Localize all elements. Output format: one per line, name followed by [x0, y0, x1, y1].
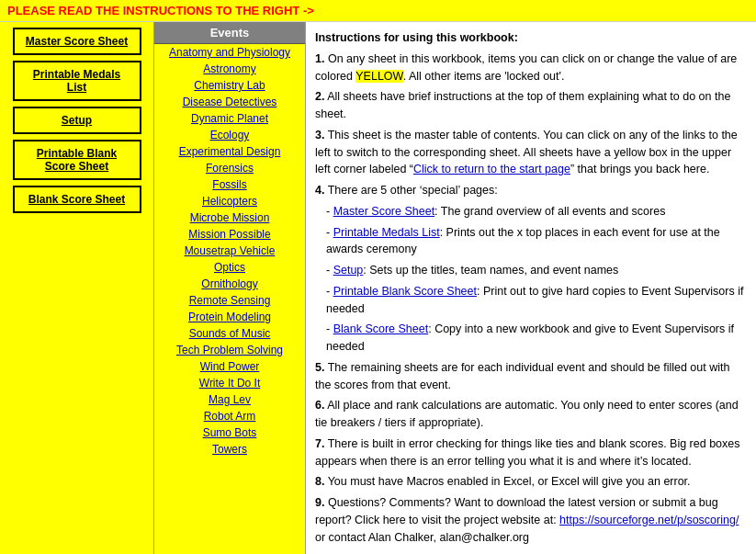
event-link-dynamic-planet[interactable]: Dynamic Planet	[154, 110, 305, 127]
instructions-step-5: 5. The remaining sheets are for each ind…	[315, 359, 747, 394]
event-link-optics[interactable]: Optics	[154, 259, 305, 276]
event-link-tech-problem-solving[interactable]: Tech Problem Solving	[154, 342, 305, 358]
event-link-protein-modeling[interactable]: Protein Modeling	[154, 309, 305, 325]
main-content: Master Score SheetPrintable Medals ListS…	[0, 22, 756, 554]
step-number: 3.	[315, 129, 324, 141]
sidebar-btn-printable-blank-score-sheet[interactable]: Printable Blank Score Sheet	[13, 140, 141, 180]
step-number: 9.	[315, 496, 324, 509]
instructions-special-item: - Blank Score Sheet: Copy into a new wor…	[315, 321, 747, 356]
instructions-step-2: 3. This sheet is the master table of con…	[315, 127, 747, 178]
instructions-title: Instructions for using this workbook:	[315, 29, 747, 47]
event-link-anatomy-and-physiology[interactable]: Anatomy and Physiology	[154, 44, 305, 61]
instructions-panel: Instructions for using this workbook: 1.…	[306, 22, 756, 554]
highlight-text: YELLOW	[355, 70, 402, 83]
instructions-link[interactable]: Printable Medals List	[333, 226, 440, 239]
instructions-special-item: - Master Score Sheet: The grand overview…	[315, 203, 747, 220]
instructions-step-1: 2. All sheets have brief instructions at…	[315, 88, 747, 123]
instructions-inline-link[interactable]: Click to return to the start page	[413, 163, 570, 175]
sidebar-btn-printable-medals-list[interactable]: Printable Medals List	[13, 61, 141, 101]
events-header: Events	[154, 22, 305, 44]
event-link-towers[interactable]: Towers	[154, 441, 305, 458]
instructions-step-9: 9. Questions? Comments? Want to download…	[315, 494, 747, 546]
event-link-disease-detectives[interactable]: Disease Detectives	[154, 94, 305, 110]
step-number: 5.	[315, 361, 324, 374]
instructions-step-0: 1. On any sheet in this workbook, items …	[315, 51, 747, 85]
event-link-ecology[interactable]: Ecology	[154, 127, 305, 143]
step-number: 7.	[315, 437, 324, 450]
event-link-microbe-mission[interactable]: Microbe Mission	[154, 209, 305, 226]
event-link-astronomy[interactable]: Astronomy	[154, 61, 305, 77]
instructions-link[interactable]: Master Score Sheet	[333, 205, 434, 218]
event-link-chemistry-lab[interactable]: Chemistry Lab	[154, 77, 305, 94]
sourceforge-link[interactable]: https://sourceforge.net/p/soscoring/	[559, 514, 739, 526]
events-list: Anatomy and PhysiologyAstronomyChemistry…	[154, 44, 305, 458]
event-link-mag-lev[interactable]: Mag Lev	[154, 391, 305, 408]
instructions-link[interactable]: Blank Score Sheet	[333, 322, 429, 335]
event-link-experimental-design[interactable]: Experimental Design	[154, 143, 305, 160]
instructions-step-8: 8. You must have Macros enabled in Excel…	[315, 473, 747, 491]
event-link-helicopters[interactable]: Helicopters	[154, 193, 305, 209]
instructions-step-3: 4. There are 5 other ‘special’ pages:	[315, 182, 747, 199]
instructions-step-6: 6. All place and rank calculations are a…	[315, 397, 747, 432]
events-column: Events Anatomy and PhysiologyAstronomyCh…	[154, 22, 306, 554]
step-number: 1.	[315, 52, 324, 65]
sidebar-btn-setup[interactable]: Setup	[13, 107, 141, 134]
step-number: 2.	[315, 90, 324, 103]
event-link-write-it-do-it[interactable]: Write It Do It	[154, 375, 305, 391]
instructions-link[interactable]: Setup	[333, 264, 364, 277]
event-link-forensics[interactable]: Forensics	[154, 160, 305, 176]
event-link-mousetrap-vehicle[interactable]: Mousetrap Vehicle	[154, 243, 305, 259]
sidebar-btn-blank-score-sheet[interactable]: Blank Score Sheet	[13, 186, 141, 213]
event-link-mission-possible[interactable]: Mission Possible	[154, 226, 305, 243]
step-number: 4.	[315, 184, 324, 197]
sidebar-btn-master-score-sheet[interactable]: Master Score Sheet	[13, 28, 141, 55]
instructions-special-item: - Printable Blank Score Sheet: Print out…	[315, 283, 747, 318]
instructions-step-7: 7. There is built in error checking for …	[315, 435, 747, 470]
event-link-ornithology[interactable]: Ornithology	[154, 276, 305, 292]
event-link-sumo-bots[interactable]: Sumo Bots	[154, 424, 305, 441]
instructions-body: 1. On any sheet in this workbook, items …	[315, 51, 747, 547]
event-link-remote-sensing[interactable]: Remote Sensing	[154, 292, 305, 309]
instructions-link[interactable]: Printable Blank Score Sheet	[333, 285, 477, 298]
top-banner: PLEASE READ THE INSTRUCTIONS TO THE RIGH…	[0, 0, 756, 22]
step-number: 6.	[315, 399, 324, 412]
event-link-robot-arm[interactable]: Robot Arm	[154, 408, 305, 424]
sidebar: Master Score SheetPrintable Medals ListS…	[0, 22, 154, 554]
instructions-special-item: - Setup: Sets up the titles, team names,…	[315, 262, 747, 279]
step-number: 8.	[315, 475, 324, 488]
event-link-fossils[interactable]: Fossils	[154, 176, 305, 193]
event-link-sounds-of-music[interactable]: Sounds of Music	[154, 325, 305, 342]
event-link-wind-power[interactable]: Wind Power	[154, 358, 305, 375]
instructions-special-item: - Printable Medals List: Prints out the …	[315, 224, 747, 259]
